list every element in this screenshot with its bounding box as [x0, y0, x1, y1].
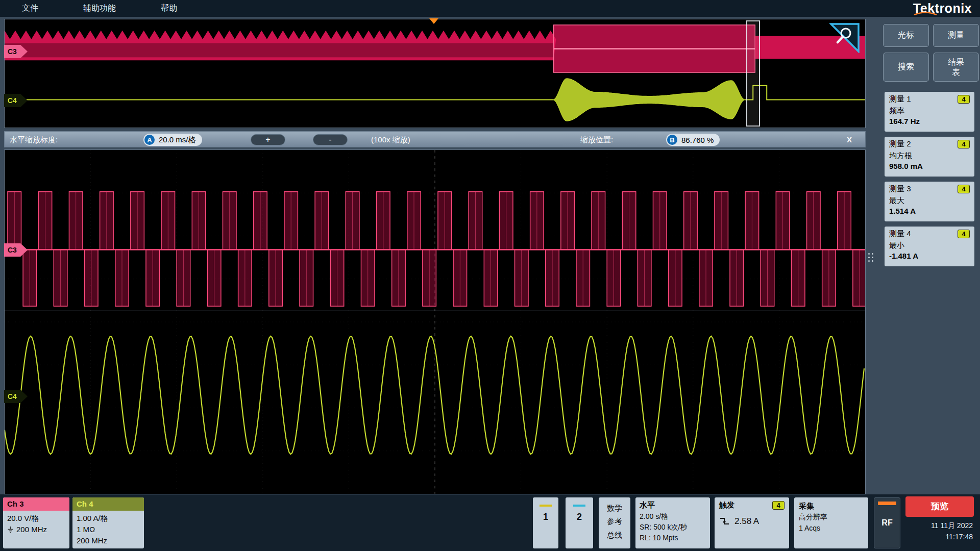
zoom-close-button[interactable]: X: [847, 135, 852, 144]
zoom-out-button[interactable]: -: [313, 134, 348, 145]
channel-2-label: 2: [566, 512, 593, 522]
cursors-button[interactable]: 光标: [883, 24, 929, 47]
channel-2-color-bar: [573, 505, 585, 507]
measurement-name: 最大: [889, 196, 970, 206]
results-table-button[interactable]: 结果表: [933, 53, 979, 82]
measurement-name: 均方根: [889, 151, 970, 161]
measurement-value: 164.7 Hz: [889, 117, 970, 126]
measurement-name: 频率: [889, 106, 970, 116]
right-button-panel: 光标 测量 搜索 结果表: [883, 24, 979, 82]
acquisition-count: 1 Acqs: [799, 523, 864, 534]
measurement-card-1[interactable]: 测量 1 4 频率 164.7 Hz: [885, 92, 974, 132]
main-waveform-view[interactable]: [4, 149, 866, 494]
zoom-in-button[interactable]: +: [251, 134, 285, 145]
measurement-source-badge: 4: [958, 140, 970, 148]
measurement-value: 1.514 A: [889, 207, 970, 215]
date-text: 11 11月 2022: [905, 520, 973, 532]
multipurpose-b-badge: B: [667, 135, 677, 145]
measurement-value: -1.481 A: [889, 252, 970, 260]
channel-4-scale: 1.00 A/格: [77, 513, 140, 524]
measure-button[interactable]: 测量: [933, 24, 979, 47]
menu-utility[interactable]: 辅助功能: [83, 3, 116, 14]
logo-swoosh-icon: [914, 12, 937, 15]
trigger-source-badge: 4: [772, 501, 785, 510]
rf-color-bar: [878, 502, 896, 505]
acquisition-mode: 高分辨率: [799, 512, 864, 523]
ground-coupling-icon: [7, 526, 14, 533]
trigger-position-marker[interactable]: [429, 18, 438, 24]
search-button[interactable]: 搜索: [883, 53, 929, 82]
channel-4-bandwidth: 200 MHz: [77, 535, 140, 546]
menu-help[interactable]: 帮助: [161, 3, 177, 14]
main-traces: [5, 150, 865, 494]
measurement-title: 测量 3: [889, 184, 911, 194]
math-label: 数学: [599, 502, 630, 515]
measurement-name: 最小: [889, 241, 970, 251]
zoom-position-field[interactable]: B 86.760 %: [666, 134, 720, 146]
measurement-card-3[interactable]: 测量 3 4 最大 1.514 A: [885, 182, 974, 221]
horizontal-title: 水平: [640, 499, 706, 511]
ref-label: 参考: [599, 515, 630, 528]
overview-waveform-view[interactable]: [4, 19, 866, 128]
zoom-scale-value: 20.0 ms/格: [159, 135, 196, 145]
time-text: 11:17:48: [905, 532, 973, 543]
panel-drag-handle[interactable]: [868, 253, 873, 262]
acquisition-tile[interactable]: 采集 高分辨率 1 Acqs: [794, 497, 868, 548]
zoom-scale-label: 水平缩放标度:: [10, 135, 58, 145]
acquisition-title: 采集: [799, 500, 864, 512]
preview-button[interactable]: 预览: [905, 496, 974, 517]
channel-1-label: 1: [533, 512, 558, 522]
zoom-magnifier-icon[interactable]: [829, 22, 860, 55]
falling-edge-icon: [719, 517, 730, 526]
channel-4-tile[interactable]: Ch 4 1.00 A/格 1 MΩ 200 MHz: [72, 497, 144, 548]
bus-label: 总线: [599, 529, 630, 542]
measurement-source-badge: 4: [958, 95, 970, 104]
tektronix-logo: Tektronix: [913, 1, 972, 15]
measurement-title: 测量 2: [889, 139, 911, 149]
zoom-factor-label: (100x 缩放): [371, 135, 410, 145]
menu-bar: 文件 辅助功能 帮助 Tektronix: [0, 0, 980, 17]
math-ref-bus-tile[interactable]: 数学 参考 总线: [599, 497, 630, 548]
zoom-scale-field[interactable]: A 20.0 ms/格: [143, 134, 202, 146]
trigger-title: 触发: [719, 500, 734, 510]
rf-label: RF: [874, 518, 900, 528]
channel-2-tile[interactable]: 2: [566, 497, 593, 548]
zoom-toolbar: 水平缩放标度: A 20.0 ms/格 + - (100x 缩放) 缩放位置: …: [4, 131, 866, 147]
zoom-selection-box[interactable]: [746, 20, 760, 127]
horizontal-scale: 2.00 s/格: [640, 511, 706, 522]
channel-1-tile[interactable]: 1: [533, 497, 558, 548]
channel-1-color-bar: [540, 505, 552, 507]
oscilloscope-screen: 文件 辅助功能 帮助 Tektronix C3 C4 水平缩放标度: A 20.…: [0, 0, 980, 551]
menu-file[interactable]: 文件: [22, 3, 38, 14]
measurement-title: 测量 1: [889, 94, 911, 104]
horizontal-record-length: RL: 10 Mpts: [640, 533, 706, 543]
channel-4-name: Ch 4: [72, 497, 144, 511]
measurement-value: 958.0 mA: [889, 162, 970, 170]
zoom-position-value: 86.760 %: [681, 136, 714, 144]
channel-3-bandwidth: 200 MHz: [16, 524, 47, 535]
channel-3-scale: 20.0 V/格: [7, 513, 65, 524]
measurement-card-2[interactable]: 测量 2 4 均方根 958.0 mA: [885, 137, 974, 177]
channel-3-tile[interactable]: Ch 3 20.0 V/格 200 MHz: [3, 497, 69, 548]
rf-tile[interactable]: RF: [874, 497, 900, 548]
trigger-tile[interactable]: 触发 4 2.58 A: [715, 497, 789, 548]
channel-3-name: Ch 3: [3, 497, 69, 511]
results-table-label: 结果表: [947, 57, 965, 77]
trigger-level: 2.58 A: [734, 516, 759, 527]
preview-area: 预览 11 11月 2022 11:17:48: [905, 496, 974, 549]
measurement-title: 测量 4: [889, 229, 911, 239]
horizontal-tile[interactable]: 水平 2.00 s/格 SR: 500 k次/秒 RL: 10 Mpts: [635, 497, 710, 548]
datetime-display: 11 11月 2022 11:17:48: [905, 520, 974, 542]
measurement-card-4[interactable]: 测量 4 4 最小 -1.481 A: [885, 227, 974, 266]
multipurpose-a-badge: A: [144, 135, 155, 145]
measurement-source-badge: 4: [958, 230, 970, 238]
measurement-source-badge: 4: [958, 185, 970, 193]
channel-4-impedance: 1 MΩ: [77, 524, 140, 535]
zoom-position-label: 缩放位置:: [580, 135, 613, 145]
bottom-status-bar: Ch 3 20.0 V/格 200 MHz Ch 4 1.00 A/格 1 MΩ…: [0, 494, 980, 551]
overview-traces: [5, 19, 865, 128]
horizontal-sample-rate: SR: 500 k次/秒: [640, 522, 706, 533]
